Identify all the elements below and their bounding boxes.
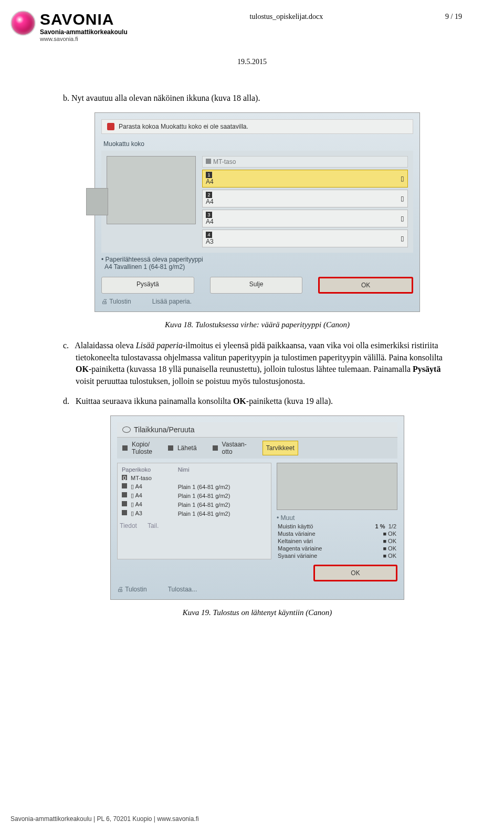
tray-row[interactable]: 2 A4▯ [202,190,408,207]
tray-row[interactable]: 1 A4▯ [202,170,408,188]
tab-tarvikkeet[interactable]: Tarvikkeet [262,441,298,455]
logo-block: SAVONIA Savonia-ammattikorkeakoulu www.s… [10,11,128,42]
document-body: b. Nyt avautuu alla olevan näköinen ikku… [0,92,504,617]
ss1-warning-text: Parasta kokoa Muokattu koko ei ole saata… [119,123,248,130]
logo-title: SAVONIA [40,11,128,28]
screenshot-kuva18: Parasta kokoa Muokattu koko ei ole saata… [94,112,420,312]
doc-filename: tulostus_opiskelijat.docx [128,13,445,21]
doc-date: 19.5.2015 [0,58,504,66]
close-button[interactable]: Sulje [210,277,303,294]
ss1-foot-add: Lisää paperia. [152,298,192,305]
ss2-foot-status: Tulostaa... [168,586,197,593]
tray-num-icon: 2 [206,192,212,198]
caption-18: Kuva 18. Tulostuksessa virhe: väärä pape… [63,320,452,329]
printer-graphic-icon [107,156,196,224]
page-header: SAVONIA Savonia-ammattikorkeakoulu www.s… [0,0,504,47]
ss2-foot-printer: 🖨 Tulostin [117,586,147,593]
tab-laheta[interactable]: Lähetä [168,441,197,455]
ok-button[interactable]: OK [313,565,397,581]
ss2-tab-row: Kopio/Tuloste Lähetä Vastaan-otto Tarvik… [117,438,397,459]
ss1-foot-printer: 🖨 Tulostin [101,298,131,305]
para-c: c. Alalaidassa oleva Lisää paperia-ilmoi… [63,340,452,387]
tab-vastaanotto[interactable]: Vastaan-otto [213,441,247,455]
tray-row[interactable]: 3 A4▯ [202,210,408,227]
logo-subtitle: Savonia-ammattikorkeakoulu [40,28,128,36]
papertype-label: Paperilähteessä oleva paperityyppi [106,256,203,263]
ss2-title-bar: Tilaikkuna/Peruuta [117,422,397,438]
tray-num-icon: 4 [206,232,212,238]
mt-tray-row: MT-taso [202,156,408,168]
eye-icon [122,427,131,433]
tray-num-icon: 1 [206,172,212,178]
ss2-status-panel: • Muut Muistin käyttö1 % 1/2 Musta väria… [277,463,397,559]
para-d: d. Kuittaa seuraava ikkuna painamalla ko… [63,396,452,407]
ss2-paper-table: PaperikokoNimi 0 MT-taso ▯ A4Plain 1 (64… [117,463,271,559]
tray-list: MT-taso 1 A4▯ 2 A4▯ 3 A4▯ 4 A3▯ [202,156,408,247]
para-b: b. Nyt avautuu alla olevan näköinen ikku… [63,92,452,104]
savonia-logo-icon [10,11,36,36]
ok-button[interactable]: OK [318,277,413,294]
stop-button[interactable]: Pysäytä [101,277,194,294]
tray-num-icon: 3 [206,212,212,218]
logo-url: www.savonia.fi [40,36,128,42]
tiedot-button[interactable]: Tiedot [120,522,137,529]
page-footer: Savonia-ammattikorkeakoulu | PL 6, 70201… [0,815,504,823]
ss1-title: Muokattu koko [101,138,413,151]
tail-button[interactable]: Tail. [148,522,159,529]
ss1-warning-bar: Parasta kokoa Muokattu koko ei ole saata… [101,119,413,134]
tab-kopio[interactable]: Kopio/Tuloste [122,441,152,455]
page-number: 9 / 19 [445,13,462,21]
warning-icon [107,123,114,130]
caption-19: Kuva 19. Tulostus on lähtenyt käyntiin (… [63,608,452,617]
tray-row[interactable]: 4 A3▯ [202,230,408,247]
papertype-value: A4 Tavallinen 1 (64-81 g/m2) [104,263,185,271]
screenshot-kuva19: Tilaikkuna/Peruuta Kopio/Tuloste Lähetä … [110,415,404,600]
printer-graphic-icon [277,463,397,510]
